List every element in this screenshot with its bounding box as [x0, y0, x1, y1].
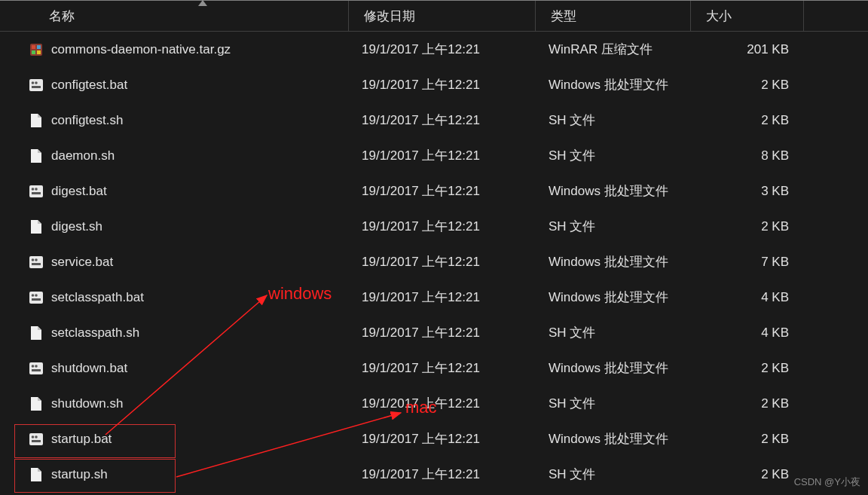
cell-name: setclasspath.bat [0, 290, 349, 305]
cell-type: SH 文件 [536, 112, 691, 129]
cell-date: 19/1/2017 上午12:21 [349, 112, 536, 129]
file-name-label: daemon.sh [51, 148, 115, 163]
bat-icon [29, 361, 44, 376]
cell-type: SH 文件 [536, 147, 691, 164]
bat-icon [29, 184, 44, 199]
column-type-label: 类型 [551, 8, 576, 25]
column-header-name[interactable]: 名称 [0, 1, 349, 31]
cell-type: SH 文件 [536, 218, 691, 235]
bat-icon [29, 78, 44, 93]
file-icon [29, 148, 44, 163]
cell-size: 2 KB [691, 361, 789, 376]
cell-name: configtest.bat [0, 78, 349, 93]
svg-rect-8 [32, 86, 41, 88]
svg-point-14 [32, 258, 35, 261]
file-name-label: setclasspath.bat [51, 290, 144, 305]
archive-icon [29, 42, 44, 57]
file-row[interactable]: configtest.sh19/1/2017 上午12:21SH 文件2 KB [0, 102, 868, 138]
cell-type: Windows 批处理文件 [536, 253, 691, 270]
cell-name: shutdown.bat [0, 361, 349, 376]
cell-name: configtest.sh [0, 113, 349, 128]
cell-name: digest.bat [0, 184, 349, 199]
file-row[interactable]: digest.bat19/1/2017 上午12:21Windows 批处理文件… [0, 173, 868, 209]
cell-size: 2 KB [691, 396, 789, 411]
cell-type: WinRAR 压缩文件 [536, 41, 691, 58]
cell-name: startup.bat [0, 432, 349, 447]
file-list-header: 名称 修改日期 类型 大小 [0, 0, 868, 32]
svg-rect-20 [32, 298, 41, 301]
cell-date: 19/1/2017 上午12:21 [349, 76, 536, 93]
cell-date: 19/1/2017 上午12:21 [349, 147, 536, 164]
cell-date: 19/1/2017 上午12:21 [349, 289, 536, 306]
column-header-date[interactable]: 修改日期 [349, 1, 536, 31]
file-row[interactable]: setclasspath.bat19/1/2017 上午12:21Windows… [0, 280, 868, 315]
column-header-type[interactable]: 类型 [536, 1, 691, 31]
cell-type: SH 文件 [536, 324, 691, 341]
svg-point-15 [35, 258, 38, 261]
cell-date: 19/1/2017 上午12:21 [349, 182, 536, 200]
file-name-label: digest.sh [51, 219, 102, 234]
cell-type: Windows 批处理文件 [536, 76, 691, 93]
cell-size: 7 KB [691, 255, 789, 270]
svg-point-6 [32, 81, 35, 84]
cell-size: 4 KB [691, 325, 789, 341]
bat-icon [29, 432, 44, 447]
cell-name: shutdown.sh [0, 396, 349, 411]
column-header-size[interactable]: 大小 [691, 1, 804, 31]
svg-rect-16 [32, 263, 41, 265]
bat-icon [29, 255, 44, 270]
cell-size: 2 KB [691, 432, 789, 447]
file-name-label: setclasspath.sh [51, 325, 139, 341]
cell-date: 19/1/2017 上午12:21 [349, 218, 536, 235]
file-icon [29, 467, 44, 482]
file-row[interactable]: startup.bat19/1/2017 上午12:21Windows 批处理文… [0, 421, 868, 457]
file-row[interactable]: daemon.sh19/1/2017 上午12:21SH 文件8 KB [0, 138, 868, 173]
file-name-label: configtest.bat [51, 78, 127, 93]
file-row[interactable]: startup.sh19/1/2017 上午12:21SH 文件2 KB [0, 457, 868, 492]
cell-name: setclasspath.sh [0, 325, 349, 341]
column-name-label: 名称 [49, 8, 75, 25]
file-name-label: startup.sh [51, 467, 108, 482]
file-name-label: digest.bat [51, 184, 107, 199]
cell-date: 19/1/2017 上午12:21 [349, 359, 536, 377]
file-icon [29, 219, 44, 234]
cell-type: SH 文件 [536, 466, 691, 483]
file-icon [29, 396, 44, 411]
watermark: CSDN @Y小夜 [794, 475, 860, 489]
file-name-label: service.bat [51, 255, 113, 270]
file-row[interactable]: setclasspath.sh19/1/2017 上午12:21SH 文件4 K… [0, 315, 868, 350]
cell-date: 19/1/2017 上午12:21 [349, 41, 536, 58]
sort-ascending-icon [198, 0, 207, 6]
svg-rect-1 [32, 45, 35, 49]
file-row[interactable]: digest.sh19/1/2017 上午12:21SH 文件2 KB [0, 209, 868, 244]
file-row[interactable]: shutdown.sh19/1/2017 上午12:21SH 文件2 KB [0, 386, 868, 421]
file-row[interactable]: shutdown.bat19/1/2017 上午12:21Windows 批处理… [0, 350, 868, 386]
file-row[interactable]: service.bat19/1/2017 上午12:21Windows 批处理文… [0, 244, 868, 280]
svg-rect-2 [37, 45, 41, 49]
file-row[interactable]: commons-daemon-native.tar.gz19/1/2017 上午… [0, 32, 868, 67]
svg-point-11 [35, 188, 38, 191]
cell-date: 19/1/2017 上午12:21 [349, 324, 536, 341]
cell-size: 2 KB [691, 219, 789, 234]
file-name-label: commons-daemon-native.tar.gz [51, 42, 231, 57]
cell-date: 19/1/2017 上午12:21 [349, 395, 536, 412]
cell-size: 2 KB [691, 113, 789, 128]
svg-rect-24 [32, 369, 41, 371]
file-icon [29, 113, 44, 128]
file-row[interactable]: configtest.bat19/1/2017 上午12:21Windows 批… [0, 67, 868, 102]
svg-point-19 [35, 294, 38, 297]
cell-name: daemon.sh [0, 148, 349, 163]
cell-type: SH 文件 [536, 395, 691, 412]
column-size-label: 大小 [706, 8, 732, 25]
svg-rect-4 [37, 50, 41, 54]
cell-size: 2 KB [691, 467, 789, 482]
cell-type: Windows 批处理文件 [536, 289, 691, 306]
svg-point-7 [35, 81, 38, 84]
cell-size: 3 KB [691, 184, 789, 199]
cell-date: 19/1/2017 上午12:21 [349, 466, 536, 483]
cell-type: Windows 批处理文件 [536, 182, 691, 200]
svg-rect-9 [29, 185, 43, 197]
cell-name: service.bat [0, 255, 349, 270]
file-name-label: configtest.sh [51, 113, 123, 128]
svg-rect-3 [32, 50, 35, 54]
